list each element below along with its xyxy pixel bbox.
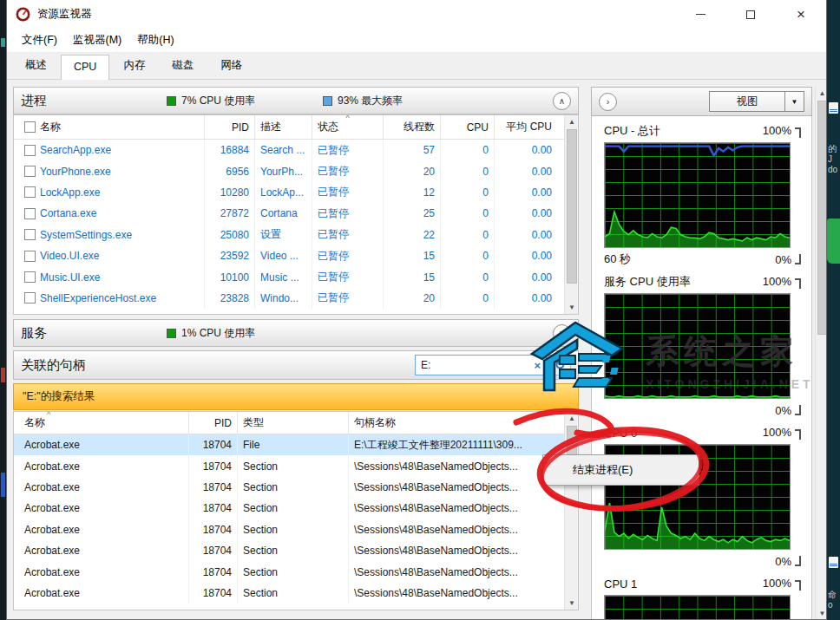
- table-cell: 已暂停: [312, 182, 384, 203]
- table-row[interactable]: Music.UI.exe10100Music ...已暂停1500.00: [14, 266, 578, 287]
- table-row[interactable]: Acrobat.exe18704Section\Sessions\48\Base…: [14, 561, 578, 582]
- table-row[interactable]: YourPhone.exe6956YourPh...已暂停2000.00: [14, 160, 578, 181]
- close-button[interactable]: ×: [776, 0, 826, 29]
- end-process-menu-item[interactable]: 结束进程(E): [543, 462, 633, 478]
- process-collapse-button[interactable]: ∧: [553, 92, 571, 110]
- table-row[interactable]: ShellExperienceHost.exe23828Windo...已暂停2…: [14, 288, 578, 309]
- table-cell: Video ...: [255, 245, 312, 266]
- column-header-status[interactable]: ^状态: [312, 115, 384, 139]
- window-title: 资源监视器: [37, 7, 92, 22]
- tab-disk[interactable]: 磁盘: [159, 52, 207, 79]
- right-panel-scrollbar[interactable]: ▲ ▼: [815, 87, 827, 620]
- table-row[interactable]: Acrobat.exe18704FileE:\工程竣工文件整理20211111\…: [14, 434, 578, 455]
- column-header-name[interactable]: 名称: [14, 115, 205, 139]
- row-checkbox[interactable]: [24, 292, 36, 303]
- table-cell: 0: [441, 203, 495, 224]
- table-row[interactable]: Cortana.exe27872Cortana已暂停2500.00: [14, 203, 578, 224]
- menu-monitor[interactable]: 监视器(M): [65, 33, 129, 48]
- table-cell: Section: [238, 583, 349, 604]
- tab-cpu[interactable]: CPU: [61, 55, 109, 80]
- table-cell: 已暂停: [312, 160, 384, 181]
- handles-table-scrollbar[interactable]: ▲ ▼: [564, 412, 578, 610]
- table-cell: 23828: [205, 288, 255, 309]
- handles-table-header: ^名称 PID 类型 句柄名称: [14, 412, 578, 434]
- view-dropdown-icon[interactable]: ▼: [785, 91, 804, 112]
- menu-help[interactable]: 帮助(H): [129, 33, 181, 48]
- scroll-up-icon[interactable]: ▲: [565, 115, 579, 128]
- scroll-up-icon[interactable]: ▲: [816, 87, 827, 100]
- column-header-desc[interactable]: 描述: [255, 115, 312, 139]
- table-row[interactable]: Acrobat.exe18704Section\Sessions\48\Base…: [14, 498, 578, 519]
- row-checkbox[interactable]: [24, 145, 36, 156]
- services-section-header: 服务 1% CPU 使用率 ∨: [13, 319, 579, 347]
- scroll-up-icon[interactable]: ▲: [565, 412, 579, 425]
- tab-overview[interactable]: 概述: [12, 52, 60, 79]
- table-cell: \Sessions\48\BaseNamedObjects...: [349, 540, 550, 561]
- view-button[interactable]: 视图 ▼: [709, 91, 804, 112]
- green-square-icon: [167, 329, 176, 338]
- table-cell: 已暂停: [312, 203, 384, 224]
- table-cell: File: [238, 434, 349, 455]
- minimize-button[interactable]: [675, 0, 725, 29]
- table-row[interactable]: Video.UI.exe23592Video ...已暂停1500.00: [14, 245, 578, 266]
- process-table-header: 名称 PID 描述 ^状态 线程数 CPU 平均 CPU: [14, 115, 578, 140]
- tabbar: 概述 CPU 内存 磁盘 网络: [7, 53, 826, 80]
- table-cell: 已暂停: [312, 288, 384, 309]
- expand-panel-button[interactable]: ›: [599, 93, 617, 111]
- table-cell: E:\工程竣工文件整理20211111\309...: [349, 434, 550, 455]
- column-header-type[interactable]: 类型: [238, 412, 349, 434]
- graph-cpu1: CPU 1 100%: [604, 572, 803, 620]
- table-row[interactable]: Acrobat.exe18704Section\Sessions\48\Base…: [14, 477, 578, 498]
- wallpaper-shape: [827, 219, 840, 264]
- table-cell: \Sessions\48\BaseNamedObjects...: [349, 455, 550, 476]
- row-checkbox[interactable]: [24, 208, 36, 219]
- table-row[interactable]: SearchApp.exe16884Search ...已暂停5700.00: [14, 140, 578, 160]
- table-row[interactable]: Acrobat.exe18704Section\Sessions\48\Base…: [14, 583, 578, 604]
- select-all-checkbox[interactable]: [24, 121, 36, 133]
- column-header-avg-cpu[interactable]: 平均 CPU: [495, 115, 557, 139]
- table-cell: \Sessions\48\BaseNamedObjects...: [349, 561, 550, 582]
- services-cpu-usage-legend: 1% CPU 使用率: [167, 326, 255, 341]
- scroll-down-icon[interactable]: ▼: [565, 301, 579, 314]
- process-table-scrollbar[interactable]: ▲ ▼: [564, 115, 578, 314]
- row-checkbox[interactable]: [24, 166, 36, 177]
- table-cell: Windo...: [255, 288, 312, 309]
- table-cell: LockApp.exe: [14, 182, 205, 203]
- tab-network[interactable]: 网络: [207, 52, 255, 79]
- graph-title: 服务 CPU 使用率: [604, 274, 691, 290]
- row-checkbox[interactable]: [24, 271, 36, 283]
- table-cell: 25080: [205, 225, 255, 245]
- column-header-threads[interactable]: 线程数: [384, 115, 441, 139]
- table-row[interactable]: Acrobat.exe18704Section\Sessions\48\Base…: [14, 519, 578, 540]
- column-header-pid[interactable]: PID: [189, 412, 238, 434]
- column-header-name[interactable]: ^名称: [14, 412, 189, 434]
- row-checkbox[interactable]: [24, 251, 36, 262]
- desktop-file-icon: [829, 557, 838, 568]
- table-cell: SearchApp.exe: [14, 140, 205, 160]
- graph-cpu-total: CPU - 总计 100% 60 秒 0%: [604, 120, 803, 271]
- table-row[interactable]: SystemSettings.exe25080设置已暂停2200.00: [14, 225, 578, 245]
- table-cell: Search ...: [255, 140, 312, 160]
- services-collapse-button[interactable]: ∨: [553, 324, 571, 343]
- table-row[interactable]: Acrobat.exe18704Section\Sessions\48\Base…: [14, 540, 578, 561]
- table-cell: Acrobat.exe: [14, 540, 189, 561]
- menu-file[interactable]: 文件(F): [14, 33, 65, 48]
- table-row[interactable]: Acrobat.exe18704Section\Sessions\48\Base…: [14, 455, 578, 476]
- scroll-down-icon[interactable]: ▼: [816, 607, 827, 620]
- table-cell: 已暂停: [312, 225, 384, 245]
- row-checkbox[interactable]: [24, 229, 36, 240]
- column-header-pid[interactable]: PID: [205, 115, 255, 139]
- column-header-cpu[interactable]: CPU: [441, 115, 495, 139]
- clear-search-icon[interactable]: ×: [534, 359, 541, 372]
- refresh-search-icon[interactable]: ↻: [548, 355, 571, 375]
- scroll-down-icon[interactable]: ▼: [565, 597, 579, 610]
- handles-search-input[interactable]: E: ×: [415, 355, 547, 375]
- view-button-label[interactable]: 视图: [709, 91, 785, 112]
- row-checkbox[interactable]: [24, 186, 36, 198]
- table-cell: 10100: [205, 266, 255, 287]
- handles-section-header: 关联的句柄 E: × ↻: [13, 350, 579, 380]
- table-row[interactable]: LockApp.exe10280LockAp...已暂停1200.00: [14, 182, 578, 203]
- column-header-handle-name[interactable]: 句柄名称: [349, 412, 550, 434]
- maximize-button[interactable]: [725, 0, 776, 29]
- tab-memory[interactable]: 内存: [110, 52, 158, 79]
